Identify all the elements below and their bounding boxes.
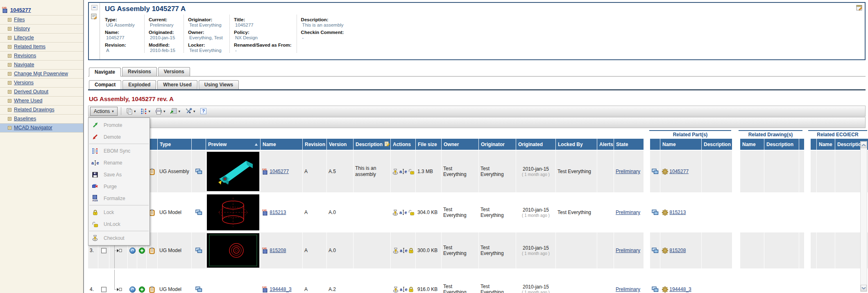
- window-copy-icon[interactable]: [652, 210, 659, 215]
- tree-expand-cell[interactable]: [109, 270, 127, 293]
- checkout-icon[interactable]: [392, 286, 399, 293]
- preview-thumbnail[interactable]: [206, 194, 260, 231]
- column-header[interactable]: Owner: [442, 139, 478, 150]
- actions-menu-button[interactable]: Actions▾: [90, 107, 118, 116]
- column-header[interactable]: Name: [660, 139, 701, 150]
- sidebar-item-label[interactable]: Related Items: [14, 44, 45, 50]
- column-header[interactable]: Type: [158, 139, 191, 150]
- checkout-icon[interactable]: [392, 248, 399, 254]
- column-header[interactable]: Revision: [303, 139, 326, 150]
- column-header[interactable]: Description: [764, 139, 799, 150]
- compare-cell[interactable]: [192, 194, 206, 231]
- tab[interactable]: Using Views: [199, 80, 239, 89]
- sidebar-item-label[interactable]: MCAD Navigator: [14, 125, 52, 131]
- column-header[interactable]: [811, 139, 816, 150]
- column-header[interactable]: Version: [327, 139, 353, 150]
- column-header[interactable]: Name: [817, 139, 835, 150]
- column-header[interactable]: Description: [702, 139, 732, 150]
- nav-circle-icon[interactable]: [129, 248, 136, 254]
- checkbox-icon[interactable]: [101, 287, 107, 292]
- tab[interactable]: Exploded: [122, 80, 156, 89]
- column-header[interactable]: Alerts: [597, 139, 614, 150]
- tab[interactable]: Revisions: [122, 67, 157, 76]
- state-link[interactable]: Preliminary: [616, 169, 640, 174]
- related-part-compare-cell[interactable]: [650, 232, 660, 268]
- add-circle-icon[interactable]: [139, 248, 145, 254]
- related-part-compare-cell[interactable]: [650, 194, 660, 231]
- sidebar-item[interactable]: Files: [0, 16, 83, 25]
- sidebar-item[interactable]: Versions: [0, 79, 83, 88]
- column-header[interactable]: File size: [416, 139, 441, 150]
- tab[interactable]: Versions: [158, 67, 190, 76]
- sidebar-item-label[interactable]: Files: [14, 17, 25, 23]
- scroll-up-button[interactable]: [861, 142, 867, 148]
- menu-item-rename[interactable]: aeRename: [88, 157, 150, 169]
- row-checkbox-cell[interactable]: [98, 270, 109, 293]
- clipboard-icon[interactable]: [149, 247, 155, 254]
- sidebar-item[interactable]: Navigate: [0, 61, 83, 70]
- checkout-icon[interactable]: [392, 169, 399, 175]
- sidebar-item-label[interactable]: Change Mgt Powerview: [14, 71, 68, 77]
- sidebar-item[interactable]: Revisions: [0, 52, 83, 61]
- lock-icon[interactable]: [408, 248, 414, 253]
- state-link[interactable]: Preliminary: [616, 286, 640, 292]
- menu-item-unlock[interactable]: UnLock: [88, 218, 150, 230]
- add-cell[interactable]: [137, 270, 146, 293]
- clipboard-icon[interactable]: [149, 286, 155, 293]
- checkout-icon[interactable]: [392, 210, 399, 216]
- edit-note-icon[interactable]: [856, 4, 863, 11]
- desc-edit-icon[interactable]: [384, 141, 390, 146]
- table-scrollbar[interactable]: [860, 141, 867, 292]
- window-copy-icon[interactable]: [195, 286, 202, 292]
- toolbar-button-copy[interactable]: ▾: [125, 107, 138, 116]
- column-header[interactable]: Actions: [391, 139, 415, 150]
- sidebar-item[interactable]: MCAD Navigator: [0, 124, 83, 133]
- collapse-panel-button[interactable]: −: [91, 5, 97, 10]
- column-header[interactable]: Name: [261, 139, 302, 150]
- toolbar-button-export-table[interactable]: ▾: [168, 107, 182, 115]
- row-actions-cell[interactable]: ae: [391, 194, 415, 231]
- menu-item-promote[interactable]: Promote: [88, 119, 150, 131]
- rename-icon[interactable]: ae: [400, 248, 408, 253]
- sidebar-item-label[interactable]: Related Drawings: [14, 107, 54, 113]
- toolbar-button-tools[interactable]: ▾: [184, 107, 197, 115]
- clipboard-icon[interactable]: [149, 168, 155, 175]
- sidebar-item[interactable]: Derived Output: [0, 88, 83, 97]
- window-copy-icon[interactable]: [195, 248, 202, 253]
- compare-cell[interactable]: [192, 232, 206, 268]
- rename-icon[interactable]: ae: [399, 210, 407, 215]
- sidebar-item[interactable]: Change Mgt Powerview: [0, 70, 83, 79]
- related-part-link[interactable]: 194448_3: [669, 286, 691, 292]
- toolbar-button-help[interactable]: ?: [199, 107, 208, 115]
- sidebar-item[interactable]: History: [0, 25, 83, 34]
- clipboard-cell[interactable]: [147, 270, 157, 293]
- name-link[interactable]: 815208: [270, 248, 286, 253]
- add-circle-icon[interactable]: [139, 286, 145, 293]
- tab[interactable]: Compact: [89, 80, 121, 89]
- window-copy-icon[interactable]: [652, 248, 659, 253]
- menu-item-save-as[interactable]: Save As: [88, 169, 150, 180]
- name-link[interactable]: 1045277: [270, 169, 289, 174]
- unlock-icon[interactable]: [408, 210, 415, 215]
- navigate-cell[interactable]: [128, 270, 137, 293]
- menu-item-checkout[interactable]: Checkout: [88, 232, 150, 244]
- sidebar-root-link[interactable]: 1045277: [10, 7, 31, 13]
- state-link[interactable]: Preliminary: [616, 210, 640, 215]
- sidebar-item-label[interactable]: History: [14, 26, 30, 32]
- sidebar-item[interactable]: Lifecycle: [0, 34, 83, 43]
- related-part-link[interactable]: 1045277: [669, 169, 689, 174]
- sidebar-item-label[interactable]: Lifecycle: [14, 35, 34, 41]
- name-link[interactable]: 815213: [270, 210, 286, 215]
- toolbar-button-print[interactable]: ▾: [154, 107, 167, 116]
- sidebar-item[interactable]: Baselines: [0, 115, 83, 124]
- nav-circle-icon[interactable]: [129, 286, 136, 293]
- menu-item-formalize[interactable]: A123Formalize: [88, 192, 150, 204]
- row-actions-cell[interactable]: ae: [391, 232, 415, 268]
- properties-icon[interactable]: [91, 13, 97, 20]
- sidebar-item-label[interactable]: Where Used: [14, 98, 42, 104]
- sidebar-item[interactable]: Related Items: [0, 43, 83, 52]
- menu-item-demote[interactable]: Demote: [88, 131, 150, 143]
- related-part-compare-cell[interactable]: [650, 270, 660, 293]
- row-actions-cell[interactable]: ae: [391, 151, 415, 192]
- related-part-compare-cell[interactable]: [650, 151, 660, 192]
